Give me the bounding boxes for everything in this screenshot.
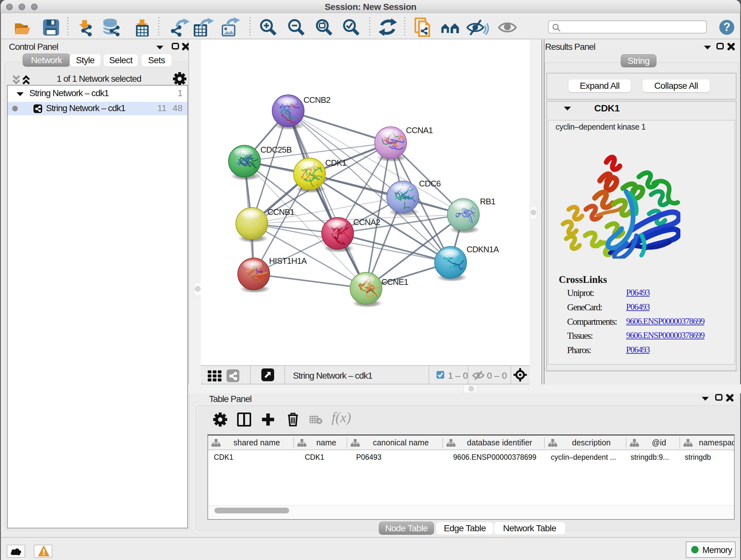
svg-text:CCNA2: CCNA2 <box>353 217 380 227</box>
svg-text:CDK1: CDK1 <box>325 158 346 168</box>
svg-text:CDC25B: CDC25B <box>260 145 292 154</box>
svg-text:CDKN1A: CDKN1A <box>467 245 499 254</box>
svg-text:RB1: RB1 <box>480 197 495 206</box>
svg-text:CCNE1: CCNE1 <box>381 277 408 287</box>
svg-text:CCNA1: CCNA1 <box>406 125 433 135</box>
svg-text:HIST1H1A: HIST1H1A <box>269 256 307 266</box>
svg-text:CDC6: CDC6 <box>419 179 441 188</box>
svg-text:CCNB2: CCNB2 <box>304 95 330 105</box>
svg-text:?: ? <box>724 20 731 34</box>
svg-text:CCNB1: CCNB1 <box>267 207 294 217</box>
